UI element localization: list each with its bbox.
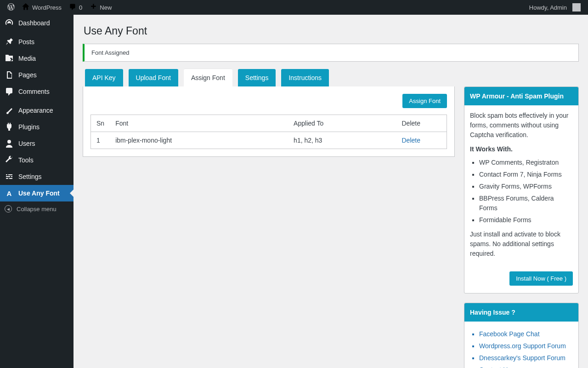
sidebar-item-label: Plugins	[18, 123, 40, 131]
pages-icon	[5, 70, 14, 80]
success-notice: Font Assigned	[83, 44, 579, 62]
list-item: BBPress Forums, Caldera Forms	[479, 194, 573, 213]
tab-settings[interactable]: Settings	[238, 69, 276, 86]
assign-font-panel: Assign Font Sn Font Applied To Delete 1 …	[83, 86, 455, 157]
support-link[interactable]: Contact Us	[479, 365, 573, 368]
support-link[interactable]: Wordpress.org Support Forum	[479, 341, 573, 351]
adminbar-new-label: New	[100, 4, 112, 11]
th-font: Font	[110, 115, 288, 132]
adminbar-comments[interactable]: 0	[65, 0, 86, 15]
pin-icon	[5, 37, 14, 46]
tab-upload-font[interactable]: Upload Font	[129, 69, 178, 86]
sidebar-item-dashboard[interactable]: Dashboard	[0, 15, 74, 31]
list-item: Contact Form 7, Ninja Forms	[479, 170, 573, 179]
home-icon	[22, 3, 29, 12]
list-item: Formidable Forms	[479, 215, 573, 225]
assign-font-button[interactable]: Assign Font	[402, 94, 447, 108]
cell-sn: 1	[91, 132, 110, 149]
comment-icon	[69, 3, 76, 12]
sliders-icon	[5, 172, 14, 181]
dashboard-icon	[5, 18, 14, 28]
comment-icon	[5, 87, 14, 96]
admin-sidebar: Dashboard Posts Media Pages Comments App…	[0, 15, 74, 368]
sidebar-item-plugins[interactable]: Plugins	[0, 119, 74, 135]
issue-card-title: Having Issue ?	[464, 303, 578, 322]
support-link[interactable]: Facebook Page Chat	[479, 329, 573, 339]
sidebar-item-label: Pages	[18, 71, 37, 79]
promo-outro: Just install and activate to block spams…	[470, 230, 573, 259]
promo-card-title: WP Armour - Anti Spam Plugin	[464, 87, 578, 105]
avatar	[572, 3, 581, 12]
main-content: Use Any Font Font Assigned API Key Uploa…	[74, 15, 588, 368]
adminbar-account[interactable]: Howdy, Admin	[526, 0, 584, 15]
sidebar-item-use-any-font[interactable]: A Use Any Font	[0, 185, 74, 201]
brush-icon	[5, 106, 14, 115]
plus-icon	[90, 3, 97, 12]
wrench-icon	[5, 155, 14, 165]
tab-instructions[interactable]: Instructions	[281, 69, 329, 86]
table-row: 1 ibm-plex-mono-light h1, h2, h3 Delete	[91, 132, 447, 149]
sidebar-item-label: Settings	[18, 173, 42, 180]
sidebar-item-label: Tools	[18, 156, 34, 164]
sidebar-item-tools[interactable]: Tools	[0, 152, 74, 168]
sidebar-item-label: Posts	[18, 38, 34, 46]
adminbar-wp-logo[interactable]	[4, 0, 18, 15]
sidebar-item-settings[interactable]: Settings	[0, 168, 74, 185]
promo-card: WP Armour - Anti Spam Plugin Block spam …	[464, 86, 579, 293]
list-item: WP Comments, Registraton	[479, 158, 573, 167]
adminbar-site-name[interactable]: WordPress	[18, 0, 65, 15]
issue-card: Having Issue ? Facebook Page Chat Wordpr…	[464, 303, 579, 368]
tab-api-key[interactable]: API Key	[85, 69, 123, 86]
font-icon: A	[5, 189, 14, 198]
sidebar-item-pages[interactable]: Pages	[0, 67, 74, 83]
user-icon	[5, 139, 14, 148]
sidebar-item-label: Dashboard	[18, 19, 50, 27]
adminbar-site-label: WordPress	[32, 4, 62, 11]
page-title: Use Any Font	[84, 25, 579, 37]
adminbar-comments-count: 0	[79, 4, 82, 11]
promo-intro: Block spam bots effectively in your form…	[470, 111, 573, 140]
media-icon	[5, 54, 14, 63]
promo-works-with-label: It Works With.	[470, 144, 573, 154]
tab-assign-font[interactable]: Assign Font	[184, 69, 232, 86]
sidebar-item-label: Appearance	[18, 107, 53, 114]
sidebar-collapse[interactable]: ◄ Collapse menu	[0, 201, 74, 216]
sidebar-item-label: Media	[18, 55, 36, 62]
th-sn: Sn	[91, 115, 110, 132]
adminbar-new[interactable]: New	[86, 0, 115, 15]
tabs: API Key Upload Font Assign Font Settings…	[85, 69, 579, 86]
list-item: Gravity Forms, WPForms	[479, 182, 573, 191]
adminbar-howdy: Howdy, Admin	[529, 4, 567, 11]
sidebar-item-media[interactable]: Media	[0, 50, 74, 67]
sidebar-item-posts[interactable]: Posts	[0, 34, 74, 50]
sidebar-item-label: Use Any Font	[18, 190, 60, 197]
cell-font: ibm-plex-mono-light	[110, 132, 288, 149]
sidebar-item-appearance[interactable]: Appearance	[0, 102, 74, 119]
sidebar-item-users[interactable]: Users	[0, 135, 74, 152]
th-applied-to: Applied To	[288, 115, 396, 132]
sidebar-collapse-label: Collapse menu	[17, 206, 57, 213]
th-delete: Delete	[396, 115, 447, 132]
notice-text: Font Assigned	[91, 49, 129, 56]
admin-bar: WordPress 0 New Howdy, Admin	[0, 0, 588, 15]
sidebar-item-comments[interactable]: Comments	[0, 83, 74, 100]
collapse-icon: ◄	[5, 205, 12, 213]
sidebar-item-label: Users	[18, 140, 35, 147]
plug-icon	[5, 122, 14, 132]
install-now-button[interactable]: Install Now ( Free )	[509, 271, 573, 286]
cell-applied-to: h1, h2, h3	[288, 132, 396, 149]
assign-font-table: Sn Font Applied To Delete 1 ibm-plex-mon…	[90, 115, 447, 149]
sidebar-item-label: Comments	[18, 88, 50, 95]
wordpress-icon	[7, 3, 15, 12]
support-link[interactable]: Dnesscarkey's Support Forum	[479, 353, 573, 363]
delete-link[interactable]: Delete	[402, 137, 420, 144]
